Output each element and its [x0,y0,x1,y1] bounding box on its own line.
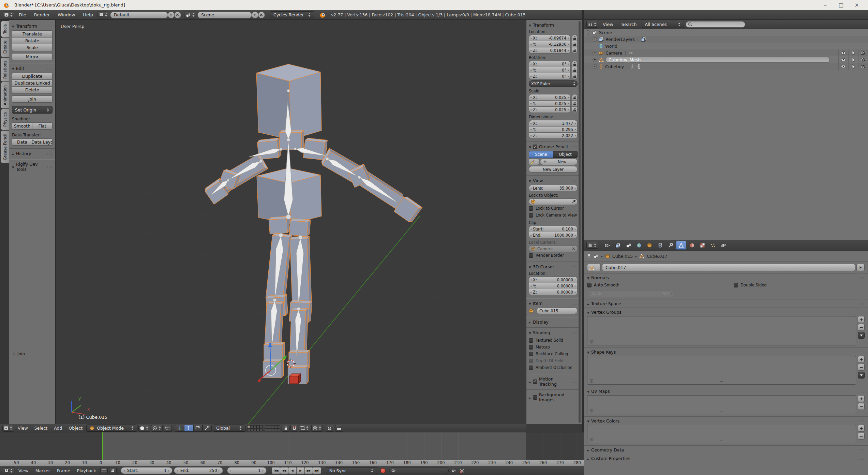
insert-keyframe-icon[interactable] [451,469,457,473]
properties-tab-material[interactable] [687,241,697,250]
double-sided-toggle[interactable]: Double Sided [734,282,767,288]
npanel-scale-0-field[interactable]: ◂X: 0.025▸ [529,94,571,101]
scene-select[interactable]: Scene [197,12,252,18]
rigify-panel-header[interactable]: Rigify Dev Tools [12,162,53,172]
playback-jump-end-button[interactable]: ▶▶| [313,467,321,474]
np-background-images-header[interactable]: Background Images [529,392,578,402]
timeline-menu-marker[interactable]: Marker [33,468,53,473]
editor-type-properties-button[interactable] [586,242,598,249]
layer-cell[interactable] [247,425,250,428]
np-item-header[interactable]: Item [529,301,578,306]
lock-transform-icon[interactable] [572,106,578,113]
flat-button[interactable]: Flat [32,122,53,130]
auto-keyframe-record-button[interactable] [380,468,386,473]
fake-user-button[interactable]: F [856,264,865,271]
shape-key-remove-button[interactable] [858,364,865,371]
gp-source-toggle[interactable]: Scene Object [529,151,578,158]
gp-object-option[interactable]: Object [553,151,578,158]
screen-layout-delete-button[interactable] [174,12,181,18]
vertex-color-add-button[interactable] [858,425,865,432]
layer-cell[interactable] [265,428,268,431]
screen-layout-add-button[interactable] [168,12,175,18]
data-button[interactable]: Data [12,138,32,146]
viewport-shading-button[interactable] [138,425,150,432]
frame-start-field[interactable]: ◂Start:1▸ [121,467,173,474]
menu-render[interactable]: Render [31,12,53,17]
transform-panel-header[interactable]: Transform [12,24,53,29]
operator-redo-panel[interactable]: Join [13,351,25,356]
toolshelf-tab-create[interactable]: Create [1,38,9,57]
pivot-point-button[interactable] [151,425,163,432]
close-button[interactable]: × [849,0,865,10]
background-images-checkbox[interactable] [533,395,537,400]
timeline-menu-playback[interactable]: Playback [74,468,99,473]
layer-cell[interactable] [274,425,277,428]
scene-delete-button[interactable] [258,12,265,18]
checkbox[interactable] [529,338,533,343]
vertex-group-specials-button[interactable] [858,332,865,339]
checkbox[interactable] [529,366,533,370]
playback-next-keyframe-button[interactable]: ▶▶ [304,467,313,474]
duplicate-button[interactable]: Duplicate [12,73,53,80]
expand-icon[interactable]: + [593,51,597,55]
layer-cell[interactable] [265,425,268,428]
lock-to-cursor-toggle[interactable]: Lock to Cursor [529,205,578,212]
timeline-menu-view[interactable]: View [16,468,31,473]
uv-maps-list[interactable] [587,395,856,414]
visibility-eye-icon[interactable] [838,49,848,56]
shading-textured-solid-toggle[interactable]: Textured Solid [529,337,578,344]
outliner-row-scene[interactable]: −Scene [584,29,868,36]
visibility-eye-icon[interactable] [838,63,848,70]
proportional-edit-button[interactable] [311,425,323,432]
playback-play-reverse-button[interactable]: ◀ [288,467,297,474]
npanel-location-1-field[interactable]: ◂Y: -0.12936▸ [529,41,571,47]
gp-new-button[interactable]: New [540,159,578,165]
delete-keyframe-icon[interactable] [460,469,465,473]
normals-panel-header[interactable]: Normals [584,273,868,280]
local-camera-field[interactable]: Camera [529,246,578,252]
np-display-header[interactable]: Display [529,320,578,325]
playback-jump-start-button[interactable]: |◀◀ [272,467,280,474]
screen-layout-icon[interactable] [98,12,109,18]
auto-smooth-angle-slider[interactable]: ◂Angle:30°▸ [587,291,674,297]
np-3d-cursor-header[interactable]: 3D Cursor [529,264,578,269]
lock-to-object-field[interactable] [529,198,578,205]
delete-button[interactable]: Delete [12,86,53,93]
properties-tab-render[interactable] [602,241,612,250]
motion-tracking-checkbox[interactable] [533,380,537,384]
shape-keys-list[interactable] [587,356,856,385]
lock-transform-icon[interactable] [572,67,578,73]
lock-transform-icon[interactable] [572,35,578,41]
renderability-camera-icon[interactable] [858,63,868,70]
renderability-camera-icon[interactable] [858,56,868,63]
sync-mode-select[interactable]: No Sync [326,467,377,474]
npanel-dimensions-2-field[interactable]: ◂Z: 2.022▸ [529,132,578,139]
layer-cell[interactable] [274,428,277,431]
playback-play-button[interactable]: ▶ [296,467,305,474]
3d-viewport[interactable]: User Persp (1) Cube.015 x y [56,20,526,424]
opengl-render-anim-button[interactable] [335,425,343,432]
shading-matcap-toggle[interactable]: Matcap [529,344,578,351]
npanel-cursor-1-field[interactable]: ◂Y: 0.00000▸ [529,283,578,289]
renderability-camera-icon[interactable] [858,49,868,56]
properties-tab-data[interactable] [676,241,686,250]
editor-type-3dview-button[interactable] [2,425,14,432]
rotate-button[interactable]: Rotate [12,37,53,44]
np-shading-header[interactable]: Shading [529,330,578,335]
properties-tab-world[interactable] [634,241,644,250]
layer-cell[interactable] [268,428,271,431]
breadcrumb-data[interactable]: Cube.017 [647,254,667,259]
transform-orientation-select[interactable]: Global [213,425,245,432]
snap-toggle[interactable] [290,425,298,432]
checkbox[interactable] [529,359,533,363]
layer-cell[interactable] [271,425,274,428]
layer-cell[interactable] [277,428,280,431]
collapse-icon[interactable]: − [586,30,590,35]
layer-cell[interactable] [271,428,274,431]
vertex-groups-panel-header[interactable]: Vertex Groups [584,308,868,315]
layer-cell[interactable] [268,425,271,428]
scale-button[interactable]: Scale [12,44,53,51]
layer-cell[interactable] [250,425,253,428]
checkbox[interactable] [529,345,533,350]
outliner-row-cubeboy-mesh[interactable]: +Cubeboy_Mesh [584,56,868,63]
